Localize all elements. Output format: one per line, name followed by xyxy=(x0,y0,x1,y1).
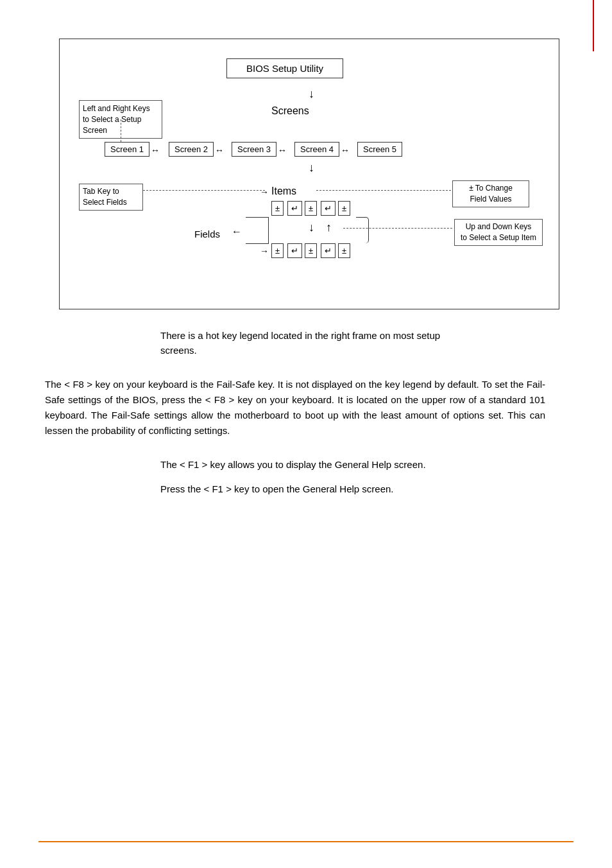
arrow-right-bottom: → xyxy=(260,246,269,256)
bracket-bottom-horiz xyxy=(246,243,269,244)
text-section-2: The < F8 > key on your keyboard is the F… xyxy=(45,377,545,438)
bracket-top-horiz xyxy=(246,217,269,218)
screen-1-box: Screen 1 xyxy=(105,142,149,157)
text-4-para: Press the < F1 > key to open the General… xyxy=(160,482,468,497)
dashed-vertical-left xyxy=(121,119,121,142)
field-box-3: ± xyxy=(305,201,317,216)
field-box-1: ± xyxy=(271,201,284,216)
tab-key-label: Tab Key toSelect Fields xyxy=(79,184,143,211)
text-2-para: The < F8 > key on your keyboard is the F… xyxy=(45,377,545,438)
plus-minus-label: ± To ChangeField Values xyxy=(452,180,529,207)
screen-5-box: Screen 5 xyxy=(357,142,402,157)
items-label: Items xyxy=(271,186,296,197)
field-box-b4: ↵ xyxy=(321,243,336,258)
bracket-vertical xyxy=(268,217,269,243)
dashed-horiz-tab xyxy=(143,190,265,191)
bottom-rule xyxy=(38,841,574,842)
diagram-area: BIOS Setup Utility ↓ Left and Right Keys… xyxy=(72,52,547,296)
bracket-right xyxy=(356,217,369,243)
screens-label: Screens xyxy=(271,105,309,117)
arrow-down-bios: ↓ xyxy=(309,87,314,101)
field-box-b1: ± xyxy=(271,243,284,258)
arrow-right-tab: → xyxy=(260,187,269,197)
field-box-b3: ± xyxy=(305,243,317,258)
bios-diagram: BIOS Setup Utility ↓ Left and Right Keys… xyxy=(59,39,559,309)
field-box-b5: ± xyxy=(338,243,350,258)
screen-2-box: Screen 2 xyxy=(169,142,214,157)
arrow-down-screens: ↓ xyxy=(309,161,314,175)
updown-label: Up and Down Keysto Select a Setup Item xyxy=(454,219,543,246)
arrow-down-fields: ↓ xyxy=(309,221,314,234)
dashed-horiz-items xyxy=(316,190,451,191)
field-box-5: ± xyxy=(338,201,350,216)
screen-4-box: Screen 4 xyxy=(294,142,339,157)
screen-3-box: Screen 3 xyxy=(232,142,276,157)
field-box-b2: ↵ xyxy=(287,243,302,258)
bios-title-box: BIOS Setup Utility xyxy=(226,58,343,78)
text-section-4: Press the < F1 > key to open the General… xyxy=(160,482,468,497)
text-1-para: There is a hot key legend located in the… xyxy=(160,329,468,358)
arrow-up-fields: ↑ xyxy=(326,221,332,234)
field-box-2: ↵ xyxy=(287,201,302,216)
arrow-lr-4: ↔ xyxy=(341,145,350,155)
arrow-lr-3: ↔ xyxy=(278,145,287,155)
text-section-1: There is a hot key legend located in the… xyxy=(160,329,468,358)
fields-label: Fields xyxy=(194,229,220,239)
text-3-para: The < F1 > key allows you to display the… xyxy=(160,458,468,473)
margin-line xyxy=(593,0,594,51)
text-section-3: The < F1 > key allows you to display the… xyxy=(160,458,468,473)
arrow-lr-1: ↔ xyxy=(151,145,160,155)
field-box-4: ↵ xyxy=(321,201,336,216)
arrow-left-fields: ← xyxy=(232,226,242,238)
arrow-lr-2: ↔ xyxy=(215,145,224,155)
